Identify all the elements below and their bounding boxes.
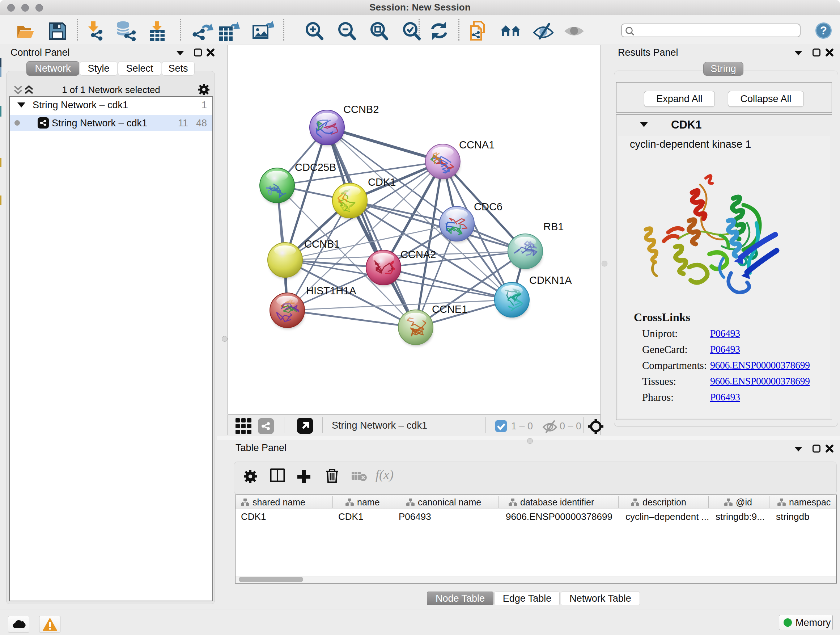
svg-text:CDC6: CDC6	[474, 201, 502, 212]
svg-text:CCNB2: CCNB2	[343, 103, 379, 115]
svg-text:HIST1H1A: HIST1H1A	[306, 285, 356, 296]
svg-text:CCNA1: CCNA1	[459, 139, 494, 150]
svg-text:CDKN1A: CDKN1A	[529, 274, 572, 286]
svg-text:CCNE1: CCNE1	[432, 303, 467, 315]
svg-text:CDC25B: CDC25B	[295, 162, 336, 173]
svg-text:CCNA2: CCNA2	[401, 249, 436, 260]
svg-text:CCNB1: CCNB1	[304, 238, 340, 250]
svg-text:CDK1: CDK1	[368, 176, 396, 188]
svg-text:RB1: RB1	[543, 221, 564, 233]
